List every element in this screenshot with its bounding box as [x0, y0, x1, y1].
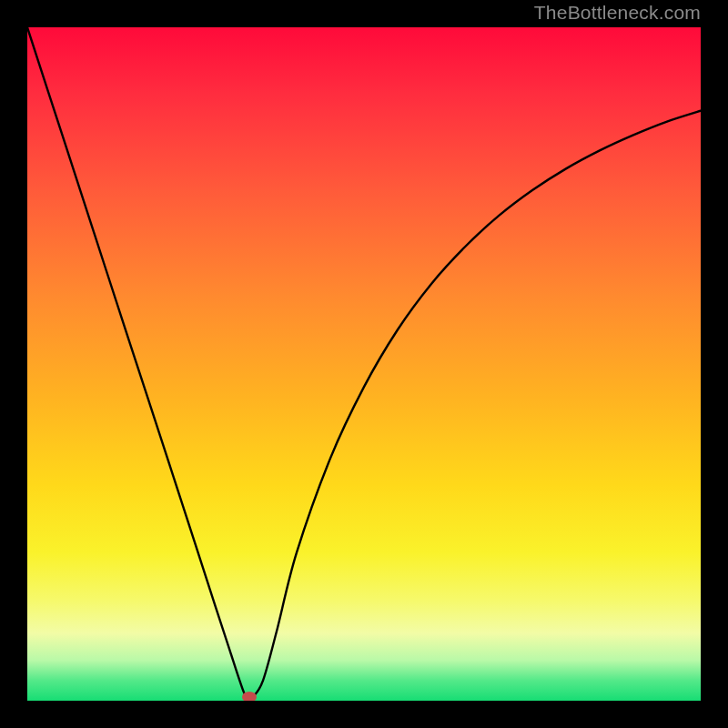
optimal-point-marker [242, 692, 257, 701]
bottleneck-curve [27, 27, 701, 701]
plot-area [27, 27, 701, 701]
chart-container: TheBottleneck.com [0, 0, 728, 728]
attribution-text: TheBottleneck.com [534, 2, 701, 24]
